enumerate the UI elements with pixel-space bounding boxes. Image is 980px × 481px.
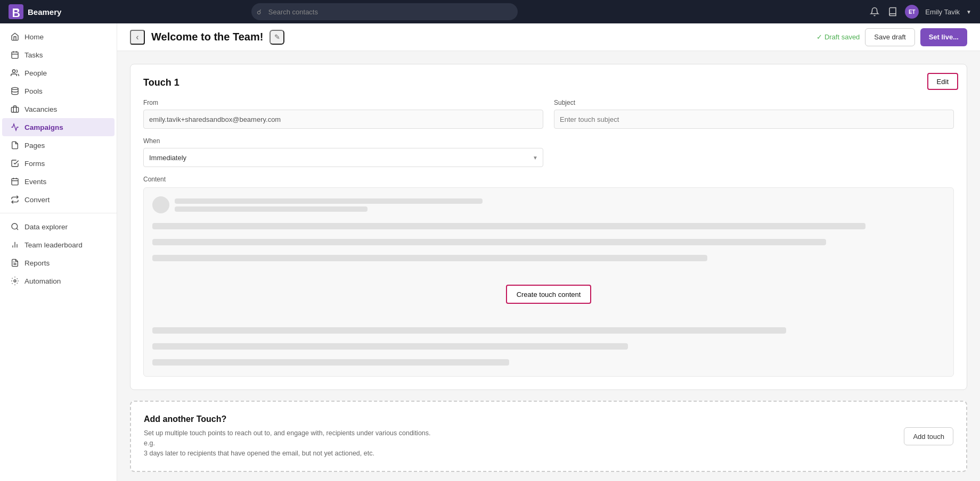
app-logo[interactable]: Beamery <box>9 4 72 19</box>
edit-button[interactable]: Edit <box>927 73 958 90</box>
placeholder-group <box>554 137 954 167</box>
sidebar-item-reports[interactable]: Reports <box>2 254 115 272</box>
from-label: From <box>143 99 543 106</box>
svg-point-12 <box>12 223 18 229</box>
events-icon <box>11 177 19 186</box>
skeleton-line-2 <box>175 206 368 212</box>
sidebar-label-automation: Automation <box>24 277 61 285</box>
user-menu-chevron[interactable]: ▼ <box>966 9 971 15</box>
sidebar-label-forms: Forms <box>24 160 45 168</box>
vacancies-icon <box>11 105 19 113</box>
home-icon <box>11 32 19 41</box>
sidebar-label-people: People <box>24 69 47 77</box>
svg-rect-8 <box>12 179 18 185</box>
page-header: ‹ Welcome to the Team! ✎ ✓ Draft saved S… <box>117 23 980 51</box>
header-actions: ✓ Draft saved Save draft Set live... <box>816 28 967 46</box>
page-title: Welcome to the Team! <box>151 31 263 43</box>
sidebar-label-team-leaderboard: Team leaderboard <box>24 241 83 249</box>
pages-icon <box>11 141 19 150</box>
touch-form-row-2: When Immediately 1 day later 3 days late… <box>143 137 954 167</box>
svg-rect-1 <box>12 52 18 59</box>
touch-1-card: Touch 1 Edit From Subject <box>130 64 967 390</box>
data-explorer-icon <box>11 222 19 231</box>
svg-point-6 <box>12 87 18 89</box>
draft-saved-indicator: ✓ Draft saved <box>816 33 860 41</box>
sidebar-label-home: Home <box>24 33 44 41</box>
sidebar-label-reports: Reports <box>24 259 50 267</box>
beamery-logo-icon <box>9 4 23 19</box>
when-label: When <box>143 137 543 145</box>
skeleton-block-6 <box>152 359 509 366</box>
skeleton-avatar <box>152 196 169 213</box>
when-field-group: When Immediately 1 day later 3 days late… <box>143 137 543 167</box>
sidebar-item-vacancies[interactable]: Vacancies <box>2 100 115 118</box>
people-icon <box>11 69 19 77</box>
tasks-icon <box>11 51 19 59</box>
sidebar-label-tasks: Tasks <box>24 51 43 59</box>
sidebar-label-campaigns: Campaigns <box>24 123 63 131</box>
subject-label: Subject <box>554 99 954 106</box>
svg-point-19 <box>14 280 16 282</box>
sidebar-item-pools[interactable]: Pools <box>2 82 115 100</box>
add-touch-button[interactable]: Add touch <box>904 427 953 445</box>
sidebar-item-events[interactable]: Events <box>2 172 115 190</box>
main-content: ‹ Welcome to the Team! ✎ ✓ Draft saved S… <box>117 23 980 481</box>
sidebar-item-pages[interactable]: Pages <box>2 136 115 154</box>
sidebar-item-campaigns[interactable]: Campaigns <box>2 118 115 136</box>
app-name: Beamery <box>28 7 61 16</box>
edit-title-button[interactable]: ✎ <box>270 30 284 45</box>
from-input[interactable] <box>143 110 543 129</box>
sidebar-label-convert: Convert <box>24 196 50 204</box>
skeleton-block-2 <box>152 239 826 245</box>
from-field-group: From <box>143 99 543 129</box>
draft-saved-label: Draft saved <box>824 33 860 41</box>
skeleton-line-1 <box>175 198 483 204</box>
automation-icon <box>11 277 19 285</box>
top-navigation: Beamery ☌ ET Emily Tavik ▼ <box>0 0 980 23</box>
create-touch-content-button[interactable]: Create touch content <box>506 285 592 304</box>
touch-1-title: Touch 1 <box>143 77 954 88</box>
checkmark-icon: ✓ <box>816 33 822 41</box>
sidebar-item-people[interactable]: People <box>2 64 115 82</box>
add-touch-title: Add another Touch? <box>144 414 437 424</box>
sidebar-item-data-explorer[interactable]: Data explorer <box>2 218 115 236</box>
save-draft-button[interactable]: Save draft <box>865 28 914 46</box>
search-input[interactable] <box>251 3 518 20</box>
convert-icon <box>11 195 19 204</box>
user-name: Emily Tavik <box>925 8 960 16</box>
reports-icon <box>11 259 19 267</box>
notifications-icon[interactable] <box>869 6 880 18</box>
forms-icon <box>11 159 19 168</box>
sidebar-item-team-leaderboard[interactable]: Team leaderboard <box>2 236 115 254</box>
sidebar-divider <box>0 213 117 213</box>
sidebar-item-forms[interactable]: Forms <box>2 154 115 172</box>
when-select[interactable]: Immediately 1 day later 3 days later 1 w… <box>143 148 543 167</box>
sidebar-item-convert[interactable]: Convert <box>2 190 115 209</box>
user-avatar[interactable]: ET <box>905 5 919 19</box>
search-bar[interactable]: ☌ <box>251 3 518 20</box>
content-preview: Create touch content <box>143 187 954 377</box>
search-icon: ☌ <box>257 8 262 16</box>
subject-input[interactable] <box>554 110 954 129</box>
svg-line-13 <box>17 228 18 230</box>
skeleton-block-5 <box>152 343 628 350</box>
sidebar-label-data-explorer: Data explorer <box>24 223 68 231</box>
sidebar-item-automation[interactable]: Automation <box>2 272 115 290</box>
topnav-right-actions: ET Emily Tavik ▼ <box>869 5 971 19</box>
svg-rect-7 <box>11 107 18 112</box>
book-icon[interactable] <box>887 6 899 18</box>
add-touch-text: Add another Touch? Set up multiple touch… <box>144 414 437 458</box>
skeleton-header-row <box>152 196 945 213</box>
sidebar-label-pools: Pools <box>24 87 43 95</box>
sidebar-item-tasks[interactable]: Tasks <box>2 46 115 64</box>
sidebar-label-pages: Pages <box>24 142 45 150</box>
touch-form-row-1: From Subject <box>143 99 954 129</box>
pools-icon <box>11 87 19 95</box>
set-live-button[interactable]: Set live... <box>920 28 967 46</box>
sidebar-item-home[interactable]: Home <box>2 28 115 46</box>
svg-point-5 <box>12 70 15 72</box>
content-label: Content <box>143 176 954 183</box>
back-button[interactable]: ‹ <box>130 30 145 45</box>
team-leaderboard-icon <box>11 240 19 249</box>
content-area: Touch 1 Edit From Subject <box>117 51 980 481</box>
